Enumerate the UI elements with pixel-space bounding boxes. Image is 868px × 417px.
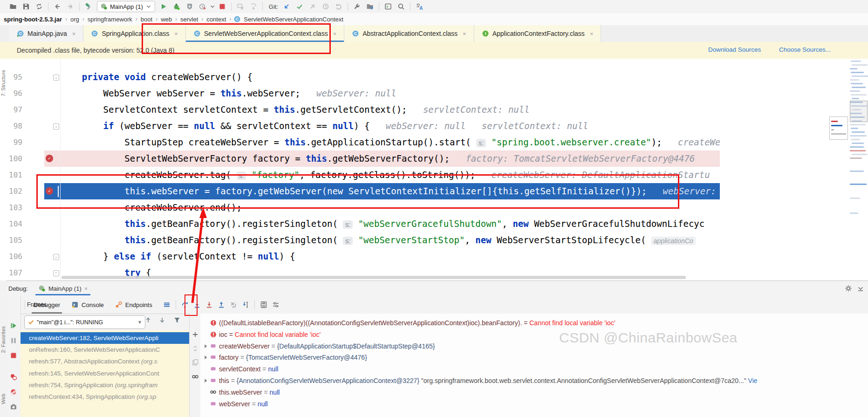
hide-panel-icon[interactable] — [857, 285, 864, 292]
breadcrumb-item[interactable]: web — [160, 16, 173, 23]
variable-row[interactable]: webServer = null — [200, 398, 868, 410]
editor-tab[interactable]: CServletWebServerApplicationContext.clas… — [186, 25, 344, 42]
debug-session-tab[interactable]: MainApp (1) × — [34, 281, 91, 295]
frame-row[interactable]: refresh:754, SpringApplication (org.spri… — [21, 379, 189, 391]
gear-icon[interactable] — [845, 285, 852, 292]
minimap-viewport[interactable] — [850, 101, 868, 122]
git-rollback-icon[interactable] — [332, 1, 345, 12]
editor-tab[interactable]: IApplicationContextFactory.class× — [474, 25, 601, 42]
mute-breakpoints-icon[interactable] — [8, 386, 19, 397]
view-link[interactable]: Vie — [746, 377, 758, 384]
fold-marker-icon[interactable]: − — [53, 270, 59, 276]
variable-row[interactable]: servletContext = null — [200, 363, 868, 375]
fold-marker-icon[interactable]: ⌄ — [53, 123, 59, 130]
download-icon[interactable] — [247, 1, 260, 12]
sync-icon[interactable] — [33, 1, 46, 12]
git-push-icon[interactable] — [306, 1, 319, 12]
debug-icon[interactable] — [170, 1, 183, 12]
git-commit-icon[interactable] — [293, 1, 306, 12]
breadcrumb-item[interactable]: ServletWebServerApplicationContext — [243, 16, 344, 23]
expand-chevron-icon[interactable] — [203, 378, 209, 383]
close-icon[interactable]: × — [590, 30, 594, 37]
horizontal-scrollbar[interactable] — [62, 276, 686, 279]
breakpoint-icon[interactable]: ✓ — [46, 155, 53, 162]
resume-icon[interactable] — [8, 320, 19, 331]
expand-chevron-icon[interactable] — [203, 343, 209, 349]
view-breakpoints-icon[interactable] — [8, 371, 19, 383]
thread-dump-icon[interactable] — [8, 401, 19, 412]
close-icon[interactable]: × — [333, 30, 337, 37]
show-watches-icon[interactable] — [191, 372, 199, 381]
step-out-icon[interactable] — [215, 299, 227, 311]
banner-link[interactable]: Choose Sources... — [779, 46, 831, 53]
breadcrumb-item[interactable]: boot — [140, 16, 153, 23]
close-icon[interactable]: × — [174, 30, 178, 37]
breadcrumb-item[interactable]: servlet — [179, 16, 199, 23]
run-to-cursor-icon[interactable] — [239, 299, 252, 311]
debug-tab-endpoints[interactable]: Endpoints — [109, 296, 158, 314]
forward-icon[interactable] — [64, 1, 77, 12]
hamburger-menu-icon[interactable] — [161, 299, 173, 311]
down-arrow-icon[interactable] — [158, 316, 166, 324]
variable-row[interactable]: createWebServer = {DefaultApplicationSta… — [200, 341, 868, 352]
close-icon[interactable]: × — [84, 285, 88, 292]
side-label-favorites[interactable]: 2: Favorites — [0, 326, 6, 353]
translate-icon[interactable]: A — [413, 1, 426, 12]
search-icon[interactable] — [395, 1, 408, 12]
project-structure-icon[interactable] — [363, 1, 376, 12]
save-icon[interactable] — [20, 1, 33, 12]
profiler-icon[interactable] — [196, 1, 209, 12]
pause-icon[interactable] — [8, 335, 19, 346]
open-icon[interactable] — [7, 1, 20, 12]
side-label-structure[interactable]: 7: Structure — [0, 70, 6, 96]
coverage-icon[interactable] — [183, 1, 196, 12]
copy-icon[interactable] — [191, 358, 199, 367]
fold-marker-icon[interactable]: ⌄ — [53, 254, 59, 260]
force-step-into-icon[interactable] — [203, 299, 215, 311]
breakpoint-icon[interactable]: ✓ — [46, 187, 53, 195]
variable-row[interactable]: this = {AnnotationConfigServletWebServer… — [200, 375, 868, 386]
terminal-icon[interactable] — [382, 1, 395, 12]
editor-tab[interactable]: CSpringApplication.class× — [83, 25, 185, 42]
debug-tab-console[interactable]: Console — [66, 296, 109, 314]
frame-row[interactable]: onRefresh:160, ServletWebServerApplicati… — [21, 344, 189, 355]
run-icon[interactable] — [157, 1, 170, 12]
variable-row[interactable]: this.webServer = null — [200, 387, 868, 398]
attach-icon[interactable] — [234, 1, 247, 12]
evaluate-expression-icon[interactable] — [258, 299, 270, 311]
thread-selector[interactable]: "main"@1 i...": RUNNING ▼ — [24, 315, 145, 329]
variable-row[interactable]: ioc = Cannot find local variable 'ioc' — [200, 329, 868, 340]
build-hammer-icon[interactable] — [82, 1, 95, 12]
code-editor[interactable]: 95⌄ private void createWebServer() {96 W… — [0, 59, 868, 280]
chevron-down-icon[interactable] — [209, 3, 216, 10]
add-watch-icon[interactable] — [191, 330, 199, 339]
variable-row[interactable]: factory = {TomcatServletWebServerFactory… — [200, 352, 868, 363]
frame-row[interactable]: refresh:577, AbstractApplicationContext … — [21, 355, 189, 367]
up-arrow-icon[interactable] — [144, 316, 152, 324]
breadcrumb-item[interactable]: org — [69, 16, 80, 23]
layout-settings-icon[interactable] — [270, 299, 282, 311]
close-icon[interactable]: × — [72, 30, 76, 37]
settings-wrench-icon[interactable] — [350, 1, 363, 12]
filter-icon[interactable] — [173, 316, 181, 324]
git-history-icon[interactable] — [319, 1, 332, 12]
back-icon[interactable] — [51, 1, 64, 12]
frame-row[interactable]: refreshContext:434, SpringApplication (o… — [21, 391, 189, 403]
expand-chevron-icon[interactable] — [203, 355, 209, 360]
editor-tab[interactable]: CAbstractApplicationContext.class× — [344, 25, 474, 42]
breadcrumb-item[interactable]: springframework — [87, 16, 133, 23]
step-into-icon[interactable] — [191, 299, 203, 311]
breadcrumb-item[interactable]: spring-boot-2.5.3.jar — [3, 16, 63, 23]
sort-icon[interactable] — [191, 344, 199, 353]
frame-row[interactable]: createWebServer:182, ServletWebServerApp… — [21, 332, 189, 344]
close-icon[interactable]: × — [463, 30, 466, 37]
step-over-icon[interactable] — [179, 299, 191, 311]
drop-frame-icon[interactable] — [227, 299, 239, 311]
side-label-web[interactable]: Web — [0, 394, 6, 404]
editor-tab[interactable]: CMainApp.java× — [9, 25, 83, 42]
run-config-selector[interactable]: MainApp (1) — [97, 1, 155, 12]
variable-row[interactable]: ((DefaultListableBeanFactory)((Annotatio… — [200, 317, 868, 328]
stop-icon[interactable] — [216, 1, 229, 12]
stop-icon[interactable] — [8, 350, 19, 361]
git-update-icon[interactable] — [280, 1, 293, 12]
